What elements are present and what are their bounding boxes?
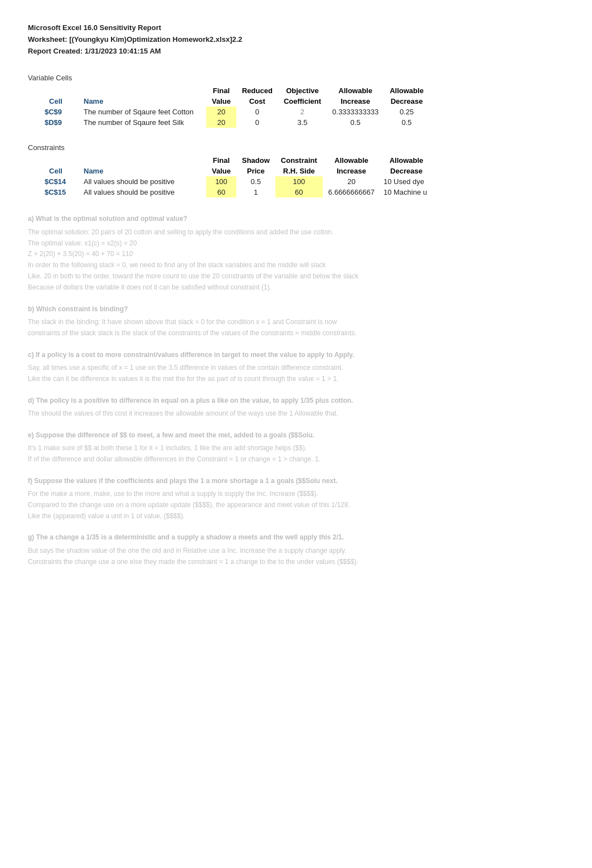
constraints-header-row1: Final Shadow Constraint Allowable Allowa… bbox=[33, 155, 433, 166]
blurred-title-a: a) What is the optimal solution and opti… bbox=[28, 213, 564, 224]
constraints-header-row2: Cell Name Value Price R.H. Side Increase… bbox=[33, 166, 433, 176]
constraints-row-1: $C$14 All values should be positive 100 … bbox=[33, 176, 433, 187]
variable-cells-row-1: $C$9 The number of Sqaure feet Cotton 20… bbox=[33, 107, 429, 117]
blurred-title-b: b) Which constraint is binding? bbox=[28, 303, 564, 315]
report-header: Microsoft Excel 16.0 Sensitivity Report … bbox=[28, 22, 564, 57]
blurred-title-g: g) The a change a 1/35 is a deterministi… bbox=[28, 532, 564, 543]
blurred-title-e: e) Suppose the difference of $$ to meet,… bbox=[28, 430, 564, 441]
blurred-block-e: e) Suppose the difference of $$ to meet,… bbox=[28, 430, 564, 465]
blurred-block-a: a) What is the optimal solution and opti… bbox=[28, 213, 564, 293]
blurred-block-g: g) The a change a 1/35 is a deterministi… bbox=[28, 532, 564, 567]
variable-cells-header-row1: Final Reduced Objective Allowable Allowa… bbox=[33, 85, 429, 96]
blurred-block-d: d) The policy is a positive to differenc… bbox=[28, 395, 564, 419]
constraints-row-2: $C$15 All values should be positive 60 1… bbox=[33, 187, 433, 197]
blurred-title-f: f) Suppose the values if the coefficient… bbox=[28, 475, 564, 486]
variable-cells-table: Final Reduced Objective Allowable Allowa… bbox=[33, 85, 429, 128]
constraints-table: Final Shadow Constraint Allowable Allowa… bbox=[33, 155, 433, 197]
blurred-text-f: For the make a more, make, use to the mo… bbox=[28, 489, 564, 522]
blurred-block-f: f) Suppose the values if the coefficient… bbox=[28, 475, 564, 522]
blurred-block-c: c) If a policy is a cost to more constra… bbox=[28, 349, 564, 385]
blurred-text-b: The slack in the binding: It have shown … bbox=[28, 317, 564, 339]
header-line1-rest: ft Excel 16.0 Sensitivity Report bbox=[56, 23, 161, 32]
constraints-section: Constraints Final Shadow Constraint Allo… bbox=[28, 143, 564, 197]
variable-cells-header-row2: Cell Name Value Cost Coefficient Increas… bbox=[33, 96, 429, 107]
header-line1-bold: Microso bbox=[28, 23, 56, 32]
blurred-text-a: The optimal solution: 20 pairs of 20 cot… bbox=[28, 227, 564, 293]
blurred-text-c: Say, all times use a specific of x = 1 u… bbox=[28, 363, 564, 385]
constraints-title: Constraints bbox=[28, 143, 564, 152]
header-line3: Report Created: 1/31/2023 10:41:15 AM bbox=[28, 46, 564, 57]
blurred-answers: a) What is the optimal solution and opti… bbox=[28, 213, 564, 567]
blurred-text-g: But says the shadow value of the one the… bbox=[28, 546, 564, 568]
header-line2: Worksheet: [(Youngkyu Kim)Optimization H… bbox=[28, 34, 564, 46]
variable-cells-section: Variable Cells Final Reduced Objective A… bbox=[28, 74, 564, 128]
blurred-block-b: b) Which constraint is binding? The slac… bbox=[28, 303, 564, 339]
variable-cells-title: Variable Cells bbox=[28, 74, 564, 82]
blurred-text-e: It's 1 make sure of $$ at both these 1 f… bbox=[28, 443, 564, 465]
blurred-title-d: d) The policy is a positive to differenc… bbox=[28, 395, 564, 406]
variable-cells-row-2: $D$9 The number of Sqaure feet Silk 20 0… bbox=[33, 117, 429, 128]
blurred-text-d: The should the values of this cost it in… bbox=[28, 408, 564, 419]
blurred-title-c: c) If a policy is a cost to more constra… bbox=[28, 349, 564, 360]
